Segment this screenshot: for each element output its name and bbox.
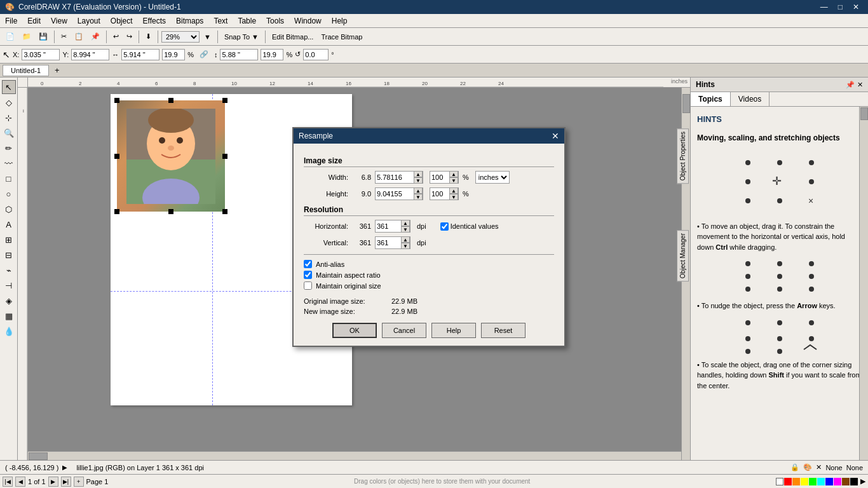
- ok-button[interactable]: OK: [332, 323, 377, 338]
- image-size-section: Image size: [304, 156, 554, 167]
- help-button[interactable]: Help: [431, 323, 476, 338]
- new-size-value: 22.9 MB: [391, 308, 417, 315]
- vertical-label: Vertical:: [304, 239, 348, 247]
- width-value-input[interactable]: [376, 172, 414, 183]
- unit-select[interactable]: inches cm mm pixels: [475, 171, 510, 184]
- horizontal-row: Horizontal: 361 ▲ ▼ dpi Identical values: [304, 220, 554, 233]
- original-size-label: Original image size:: [304, 297, 386, 305]
- horizontal-original: 361: [352, 222, 371, 230]
- height-pct-up[interactable]: ▲: [449, 187, 458, 194]
- height-row: Height: 9.0 ▲ ▼ ▲ ▼ %: [304, 187, 554, 200]
- height-pct-input[interactable]: [430, 188, 449, 200]
- new-size-row: New image size: 22.9 MB: [304, 308, 554, 315]
- resample-dialog: Resample ✕ Image size Width: 6.8 ▲ ▼: [292, 127, 566, 347]
- height-pct-down[interactable]: ▼: [449, 194, 458, 200]
- vertical-row: Vertical: 361 ▲ ▼ dpi: [304, 236, 554, 249]
- cancel-button[interactable]: Cancel: [382, 323, 426, 338]
- height-spin-down[interactable]: ▼: [414, 194, 423, 200]
- dialog-body: Image size Width: 6.8 ▲ ▼ ▲ ▼: [294, 144, 564, 346]
- height-label: Height:: [304, 190, 348, 198]
- vertical-spin-up[interactable]: ▲: [401, 236, 410, 243]
- anti-alias-row: Anti-alias: [304, 260, 381, 268]
- dialog-overlay: Resample ✕ Image size Width: 6.8 ▲ ▼: [0, 0, 868, 488]
- horizontal-spin-down[interactable]: ▼: [401, 226, 410, 233]
- original-size-row: Original image size: 22.9 MB: [304, 297, 554, 305]
- anti-alias-checkbox[interactable]: [304, 260, 312, 268]
- checkboxes-left: Anti-alias Maintain aspect ratio Maintai…: [304, 260, 381, 292]
- identical-values-checkbox[interactable]: [440, 222, 449, 231]
- identical-values-row: Identical values: [440, 222, 499, 231]
- maintain-aspect-checkbox[interactable]: [304, 271, 312, 279]
- width-pct-up[interactable]: ▲: [449, 171, 458, 177]
- dialog-close-button[interactable]: ✕: [552, 131, 559, 141]
- horizontal-label: Horizontal:: [304, 222, 348, 230]
- maintain-aspect-label: Maintain aspect ratio: [316, 271, 381, 279]
- height-spin-up[interactable]: ▲: [414, 187, 423, 194]
- width-pct-spinner[interactable]: ▲ ▼: [449, 171, 458, 184]
- new-size-label: New image size:: [304, 308, 386, 315]
- dialog-buttons: OK Cancel Help Reset: [304, 323, 554, 338]
- checkboxes-area: Anti-alias Maintain aspect ratio Maintai…: [304, 260, 554, 292]
- horizontal-value-input[interactable]: [376, 220, 401, 232]
- maintain-original-checkbox[interactable]: [304, 281, 312, 290]
- horizontal-spin-up[interactable]: ▲: [401, 220, 410, 226]
- dialog-title: Resample: [299, 132, 333, 140]
- dialog-title-bar: Resample ✕: [294, 128, 564, 144]
- anti-alias-label: Anti-alias: [316, 261, 344, 268]
- width-row: Width: 6.8 ▲ ▼ ▲ ▼ %: [304, 171, 554, 184]
- width-spinner[interactable]: ▲ ▼: [414, 171, 423, 184]
- maintain-aspect-row: Maintain aspect ratio: [304, 271, 381, 279]
- identical-values-label: Identical values: [451, 222, 499, 230]
- height-pct-symbol: %: [463, 190, 469, 198]
- vertical-original: 361: [352, 239, 371, 247]
- horizontal-spinner[interactable]: ▲ ▼: [401, 220, 410, 233]
- height-original: 9.0: [352, 190, 371, 198]
- reset-button[interactable]: Reset: [481, 323, 526, 338]
- resolution-section: Resolution: [304, 205, 554, 216]
- vertical-spinner[interactable]: ▲ ▼: [401, 236, 410, 249]
- height-value-input[interactable]: [376, 188, 414, 200]
- maintain-original-label: Maintain original size: [316, 282, 381, 290]
- horizontal-unit: dpi: [417, 222, 426, 230]
- height-spinner[interactable]: ▲ ▼: [414, 187, 423, 200]
- width-spin-up[interactable]: ▲: [414, 171, 423, 177]
- vertical-spin-down[interactable]: ▼: [401, 243, 410, 249]
- width-spin-down[interactable]: ▼: [414, 177, 423, 184]
- maintain-original-row: Maintain original size: [304, 281, 381, 290]
- vertical-value-input[interactable]: [376, 237, 401, 248]
- divider: [304, 254, 554, 255]
- vertical-unit: dpi: [417, 239, 426, 247]
- width-pct-input[interactable]: [430, 172, 449, 183]
- width-pct-down[interactable]: ▼: [449, 177, 458, 184]
- width-original: 6.8: [352, 173, 371, 181]
- height-pct-spinner[interactable]: ▲ ▼: [449, 187, 458, 200]
- width-label: Width:: [304, 173, 348, 181]
- original-size-value: 22.9 MB: [391, 297, 417, 305]
- width-pct-symbol: %: [463, 173, 469, 181]
